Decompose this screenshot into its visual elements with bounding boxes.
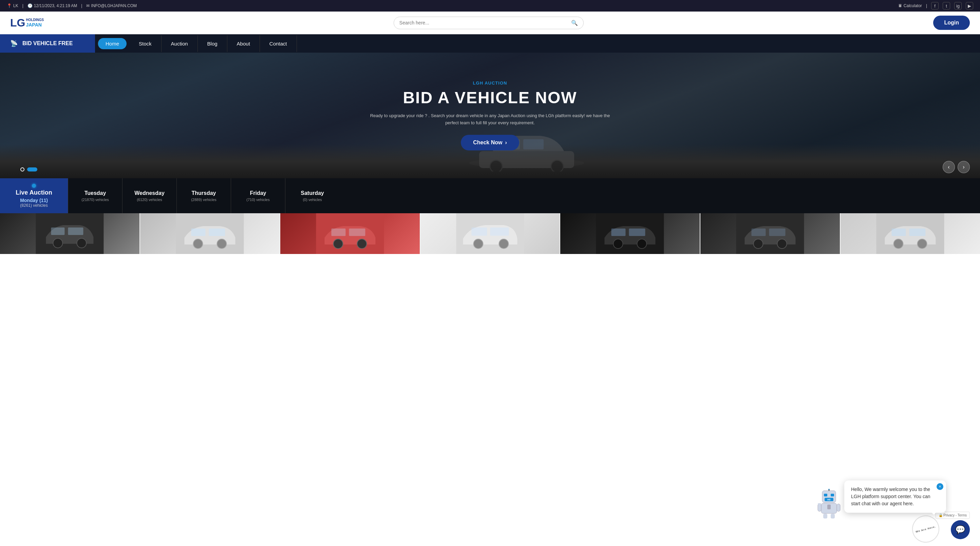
nav-about[interactable]: About (228, 35, 260, 52)
car-thumb-4[interactable] (420, 213, 560, 254)
calculator-link[interactable]: 🖩 Calculator (898, 3, 922, 8)
hero-subtitle: LGH AUCTION (364, 80, 616, 86)
svg-rect-25 (490, 228, 509, 236)
bid-vehicle-button[interactable]: 📡 BID VEHICLE FREE (0, 34, 95, 53)
auction-monday-count: (8261) vehicles (20, 203, 48, 208)
auction-live-section: Live Auction Monday (11) (8261) vehicles (0, 178, 68, 213)
logo-japan: JAPAN (26, 22, 44, 28)
check-now-arrow: › (505, 140, 507, 146)
nav-stock[interactable]: Stock (129, 35, 162, 52)
svg-rect-14 (191, 228, 205, 236)
tuesday-vehicles: (21870) vehicles (81, 198, 109, 202)
slider-next-button[interactable]: › (958, 161, 970, 173)
search-bar[interactable]: 🔍 (394, 17, 584, 29)
friday-label: Friday (250, 190, 266, 196)
svg-rect-19 (331, 228, 345, 236)
top-bar-right: 🖩 Calculator | f t ig ▶ (898, 2, 973, 10)
svg-rect-29 (611, 228, 626, 236)
svg-rect-10 (68, 228, 83, 235)
svg-rect-40 (909, 228, 926, 236)
header: LG HOLDINGS JAPAN 🔍 Login (0, 11, 980, 34)
svg-point-37 (894, 239, 903, 249)
email-icon: ✉ (86, 3, 89, 8)
logo[interactable]: LG HOLDINGS JAPAN (10, 17, 44, 28)
svg-point-27 (614, 239, 623, 249)
svg-point-22 (473, 239, 483, 249)
clock-icon: 🕐 (27, 3, 33, 8)
svg-point-2 (490, 160, 502, 171)
hero-content: LGH AUCTION BID A VEHICLE NOW Ready to u… (358, 74, 622, 157)
datetime-text: 12/11/2023, 4:21:19 AM (34, 3, 77, 8)
wifi-icon: 📡 (10, 40, 18, 47)
check-now-label: Check Now (473, 140, 502, 146)
calculator-label: Calculator (904, 3, 922, 8)
logo-holdings: HOLDINGS (26, 18, 44, 22)
hero-section: LGH AUCTION BID A VEHICLE NOW Ready to u… (0, 53, 980, 178)
svg-rect-20 (349, 228, 365, 236)
auction-wednesday[interactable]: Wednesday (6120) vehicles (122, 178, 177, 213)
svg-rect-30 (629, 228, 646, 236)
auction-saturday[interactable]: Saturday (0) vehicles (285, 178, 339, 213)
bid-label: BID VEHICLE FREE (22, 40, 73, 46)
car-thumb-5[interactable] (560, 213, 700, 254)
tuesday-label: Tuesday (84, 190, 106, 196)
check-now-button[interactable]: Check Now › (461, 135, 519, 150)
logo-lg: LG (10, 17, 25, 28)
car-thumb-1[interactable] (0, 213, 140, 254)
svg-rect-34 (752, 228, 766, 236)
logo-subtitle: HOLDINGS JAPAN (26, 18, 44, 28)
saturday-vehicles: (0) vehicles (303, 198, 322, 202)
youtube-icon[interactable]: ▶ (966, 2, 973, 10)
saturday-label: Saturday (301, 190, 324, 196)
slider-prev-button[interactable]: ‹ (943, 161, 955, 173)
twitter-icon[interactable]: t (943, 2, 950, 10)
calculator-icon: 🖩 (898, 3, 902, 8)
top-bar-left: 📍 LK | 🕐 12/11/2023, 4:21:19 AM | ✉ INFO… (7, 3, 137, 8)
car-thumb-2[interactable] (140, 213, 280, 254)
location-info: 📍 LK (7, 3, 18, 8)
auction-tuesday[interactable]: Tuesday (21870) vehicles (68, 178, 122, 213)
nav-contact[interactable]: Contact (260, 35, 297, 52)
auction-live-title: Live Auction (16, 189, 52, 196)
nav-blog[interactable]: Blog (198, 35, 228, 52)
svg-rect-15 (209, 228, 225, 236)
auction-bar: Live Auction Monday (11) (8261) vehicles… (0, 178, 980, 213)
instagram-icon[interactable]: ig (954, 2, 962, 10)
slider-dot-2[interactable] (27, 168, 37, 171)
car-thumbnails (0, 213, 980, 254)
friday-vehicles: (710) vehicles (247, 198, 269, 202)
nav: 📡 BID VEHICLE FREE Home Stock Auction Bl… (0, 34, 980, 53)
location-text: LK (13, 3, 18, 8)
svg-point-17 (333, 239, 343, 249)
wednesday-vehicles: (6120) vehicles (137, 198, 162, 202)
car-thumb-3[interactable] (280, 213, 420, 254)
hero-description: Ready to upgrade your ride ? . Search yo… (364, 112, 616, 127)
wednesday-label: Wednesday (134, 190, 165, 196)
search-input[interactable] (399, 20, 571, 26)
nav-auction[interactable]: Auction (162, 35, 198, 52)
live-indicator (32, 184, 36, 188)
svg-rect-35 (769, 228, 786, 236)
auction-monday-day: Monday (11) (20, 198, 48, 203)
nav-home[interactable]: Home (98, 38, 127, 49)
svg-point-12 (193, 239, 203, 249)
slider-dot-1[interactable] (21, 168, 24, 171)
top-bar: 📍 LK | 🕐 12/11/2023, 4:21:19 AM | ✉ INFO… (0, 0, 980, 11)
auction-friday[interactable]: Friday (710) vehicles (231, 178, 285, 213)
svg-rect-39 (892, 228, 906, 236)
thursday-vehicles: (2889) vehicles (191, 198, 216, 202)
login-button[interactable]: Login (933, 16, 970, 30)
car-thumb-7[interactable] (840, 213, 980, 254)
location-icon: 📍 (7, 3, 12, 8)
svg-rect-9 (51, 228, 64, 235)
datetime-info: 🕐 12/11/2023, 4:21:19 AM (27, 3, 77, 8)
svg-point-13 (217, 239, 226, 249)
facebook-icon[interactable]: f (931, 2, 939, 10)
svg-point-8 (77, 238, 86, 248)
car-thumb-6[interactable] (700, 213, 840, 254)
thursday-label: Thursday (191, 190, 216, 196)
svg-point-32 (754, 239, 763, 249)
auction-thursday[interactable]: Thursday (2889) vehicles (177, 178, 231, 213)
svg-point-18 (357, 239, 366, 249)
svg-point-33 (777, 239, 787, 249)
